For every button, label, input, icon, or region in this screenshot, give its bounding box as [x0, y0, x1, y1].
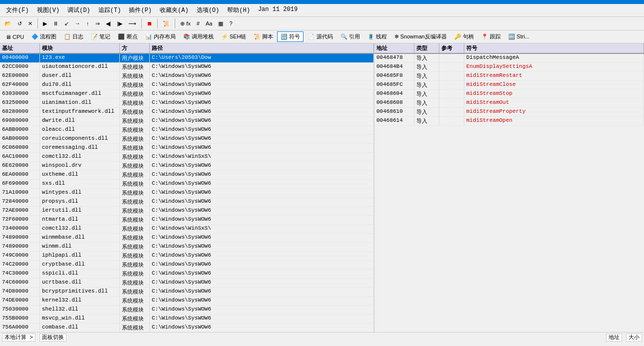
- td-module: shell32.dll: [40, 306, 120, 314]
- str-btn[interactable]: 🔤 Stri...: [505, 32, 533, 41]
- table-row[interactable]: 6AC10000 comctl32.dll 系统模块 C:\Windows\Wi…: [0, 153, 374, 162]
- calc-button[interactable]: ⊕ fx: [178, 19, 193, 28]
- td-module: 123.exe: [40, 54, 120, 62]
- hash-button[interactable]: #: [194, 19, 202, 28]
- table-row[interactable]: 71A10000 wintypes.dll 系统模块 C:\Windows\Sy…: [0, 189, 374, 198]
- threads-btn[interactable]: 🧵 线程: [364, 31, 390, 42]
- flow-btn[interactable]: 🔷 流程图: [28, 31, 60, 42]
- close-proc-button[interactable]: ✕: [25, 19, 35, 28]
- menu-item[interactable]: 视图(V): [33, 5, 64, 15]
- right-row[interactable]: 00468610 导入 midiStreamProperty: [374, 108, 644, 117]
- restart-button[interactable]: ↺: [15, 19, 24, 28]
- script-button[interactable]: 📜: [160, 19, 172, 28]
- rtd-symbol: midiStreamClose: [464, 81, 644, 89]
- table-row[interactable]: 6F690000 sxs.dll 系统模块 C:\Windows\SysWOW6: [0, 180, 374, 189]
- table-row[interactable]: 62CC0000 uiautomationcore.dll 系统模块 C:\Wi…: [0, 63, 374, 72]
- source-btn[interactable]: 📄 源代码: [304, 31, 336, 42]
- back-button[interactable]: ◀|: [103, 19, 114, 28]
- font-button[interactable]: Aa: [203, 19, 215, 28]
- right-row[interactable]: 00468478 导入 DispatchMessageA: [374, 54, 644, 63]
- td-path: C:\Windows\SysWOW6: [150, 180, 374, 188]
- table-row[interactable]: 68280000 textinputframework.dll 系统模块 C:\…: [0, 108, 374, 117]
- help-button[interactable]: ?: [227, 19, 235, 28]
- menu-item[interactable]: 追踪(T): [94, 5, 125, 15]
- td-base: 756A0000: [0, 324, 40, 332]
- stepover-button[interactable]: →: [72, 19, 83, 28]
- menu-item[interactable]: 选项(O): [193, 5, 224, 15]
- table-row[interactable]: 6EA00000 uxtheme.dll 系统模块 C:\Windows\Sys…: [0, 171, 374, 180]
- td-base: 74C20000: [0, 261, 40, 269]
- td-party: 系统模块: [120, 306, 150, 314]
- breakpoints-btn[interactable]: ⬛ 断点: [114, 31, 141, 42]
- table-row[interactable]: 62E00000 duser.dll 系统模块 C:\Windows\SysWO…: [0, 72, 374, 81]
- table-row[interactable]: 00400000 123.exe 用户模块 C:\Users\20503\Dow: [0, 54, 374, 63]
- table-row[interactable]: 6E620000 winspool.drv 系统模块 C:\Windows\Sy…: [0, 162, 374, 171]
- callstack-btn[interactable]: 📚 调用堆栈: [180, 31, 217, 42]
- right-row[interactable]: 004685F8 导入 midiStreamRestart: [374, 72, 644, 81]
- table-row[interactable]: 74C60000 ucrtbase.dll 系统模块 C:\Windows\Sy…: [0, 279, 374, 288]
- td-path: C:\Windows\SysWOW6: [150, 108, 374, 116]
- right-row[interactable]: 00468614 导入 midiStreamOpen: [374, 117, 644, 126]
- td-path: C:\Windows\SysWOW6: [150, 279, 374, 287]
- open-button[interactable]: 📂: [2, 19, 14, 28]
- table-row[interactable]: 74890000 winmm.dll 系统模块 C:\Windows\SysWO…: [0, 243, 374, 252]
- memlayout-btn[interactable]: 📊 内存布局: [142, 31, 179, 42]
- table-row[interactable]: 72840000 propsys.dll 系统模块 C:\Windows\Sys…: [0, 198, 374, 207]
- table-row[interactable]: 74C30000 sspicli.dll 系统模块 C:\Windows\Sys…: [0, 270, 374, 279]
- menu-item[interactable]: 调试(D): [63, 5, 94, 15]
- table-row[interactable]: 74C20000 cryptbase.dll 系统模块 C:\Windows\S…: [0, 261, 374, 270]
- table-row[interactable]: 74890000 winmmbase.dll 系统模块 C:\Windows\S…: [0, 234, 374, 243]
- table-row[interactable]: 62F40000 dui70.dll 系统模块 C:\Windows\SysWO…: [0, 81, 374, 90]
- refs-btn[interactable]: 🔍 引用: [337, 31, 363, 42]
- table-row[interactable]: 69080000 dwrite.dll 系统模块 C:\Windows\SysW…: [0, 117, 374, 126]
- run-button[interactable]: ▶: [40, 19, 49, 28]
- symbols-btn[interactable]: 🔣 符号: [277, 31, 304, 42]
- right-row[interactable]: 00468608 导入 midiStreamOut: [374, 99, 644, 108]
- table-row[interactable]: 72AE0000 iertutil.dll 系统模块 C:\Windows\Sy…: [0, 207, 374, 216]
- table-row[interactable]: 72F60000 ntmarta.dll 系统模块 C:\Windows\Sys…: [0, 216, 374, 225]
- table-row[interactable]: 63250000 uianimation.dll 系统模块 C:\Windows…: [0, 99, 374, 108]
- table-row[interactable]: 74D80000 bcryptprimitives.dll 系统模块 C:\Wi…: [0, 288, 374, 297]
- menu-item[interactable]: Jan 11 2019: [254, 5, 302, 15]
- menu-item[interactable]: 帮助(H): [223, 5, 254, 15]
- td-module: cryptbase.dll: [40, 261, 120, 269]
- table-row[interactable]: 73400000 comctl32.dll 系统模块 C:\Windows\Wi…: [0, 225, 374, 234]
- menu-item[interactable]: 文件(F): [2, 5, 33, 15]
- halt-button[interactable]: ⏹: [144, 19, 155, 28]
- seh-btn[interactable]: ⚡ SEH链: [218, 31, 250, 42]
- table-row[interactable]: 6ABB0000 oleacc.dll 系统模块 C:\Windows\SysW…: [0, 126, 374, 135]
- menu-item[interactable]: 收藏夹(A): [156, 5, 193, 15]
- stepinto-button[interactable]: ↙: [62, 19, 71, 28]
- cpu-btn[interactable]: 🖥 CPU: [2, 32, 27, 41]
- table-row[interactable]: 749C0000 iphlpapi.dll 系统模块 C:\Windows\Sy…: [0, 252, 374, 261]
- notes-btn[interactable]: 📝 笔记: [87, 31, 114, 42]
- td-module: msctfuimanager.dll: [40, 90, 120, 98]
- log-btn[interactable]: 📋 日志: [60, 31, 87, 42]
- table-row[interactable]: 755B0000 msvcp_win.dll 系统模块 C:\Windows\S…: [0, 315, 374, 324]
- right-row[interactable]: 004685FC 导入 midiStreamClose: [374, 81, 644, 90]
- handle-btn[interactable]: 🔑 句柄: [451, 31, 477, 42]
- script-nav-btn[interactable]: 📜 脚本: [250, 31, 277, 42]
- right-row[interactable]: 004684B4 导入 EnumDisplaySettingsA: [374, 63, 644, 72]
- mem-button[interactable]: ▦: [216, 19, 226, 28]
- runto-button[interactable]: ⇒: [93, 19, 102, 28]
- menu-item[interactable]: 插件(P): [125, 5, 156, 15]
- right-row[interactable]: 00468604 导入 midiStreamStop: [374, 90, 644, 99]
- table-row[interactable]: 74DE0000 kernel32.dll 系统模块 C:\Windows\Sy…: [0, 297, 374, 306]
- skip-button[interactable]: ⟶: [126, 19, 139, 28]
- rtd-type: 导入: [414, 72, 439, 80]
- forward-button[interactable]: |▶: [114, 19, 125, 28]
- table-row[interactable]: 63030000 msctfuimanager.dll 系统模块 C:\Wind…: [0, 90, 374, 99]
- stepout-button[interactable]: ↑: [84, 19, 92, 28]
- td-path: C:\Windows\SysWOW6: [150, 81, 374, 89]
- table-row[interactable]: 75030000 shell32.dll 系统模块 C:\Windows\Sys…: [0, 306, 374, 315]
- table-row[interactable]: 6C060000 coremessaging.dll 系统模块 C:\Windo…: [0, 144, 374, 153]
- td-module: ucrtbase.dll: [40, 279, 120, 287]
- pause-button[interactable]: ⏸: [50, 19, 61, 28]
- snowman-btn[interactable]: ❄ Snowman反编译器: [391, 31, 450, 42]
- table-row[interactable]: 6AB00000 coreuicomponents.dll 系统模块 C:\Wi…: [0, 135, 374, 144]
- td-path: C:\Windows\SysWOW6: [150, 297, 374, 305]
- td-module: coremessaging.dll: [40, 144, 120, 152]
- table-row[interactable]: 756A0000 combase.dll 系统模块 C:\Windows\Sys…: [0, 324, 374, 332]
- trace-btn[interactable]: 📍 跟踪: [478, 31, 504, 42]
